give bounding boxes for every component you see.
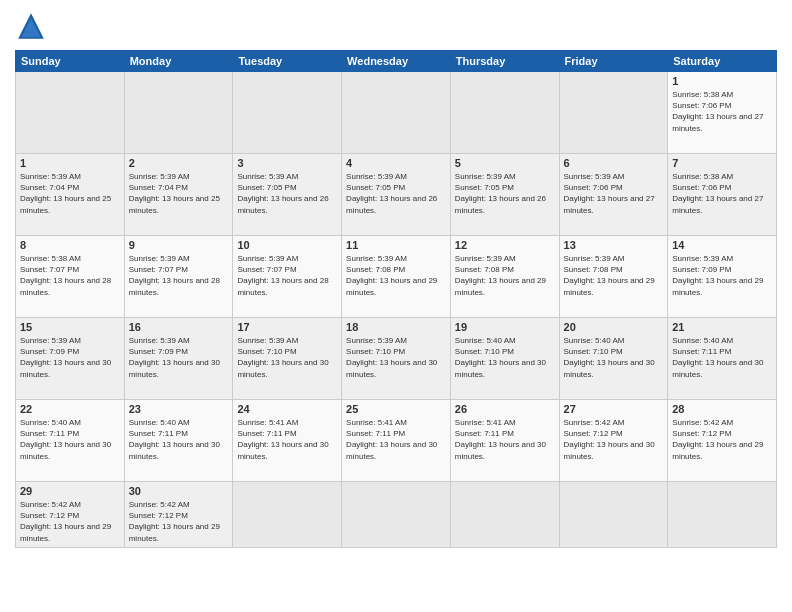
day-info: Sunrise: 5:41 AMSunset: 7:11 PMDaylight:… [455,417,555,462]
calendar-cell: 3Sunrise: 5:39 AMSunset: 7:05 PMDaylight… [233,154,342,236]
day-info: Sunrise: 5:38 AMSunset: 7:07 PMDaylight:… [20,253,120,298]
day-info: Sunrise: 5:39 AMSunset: 7:05 PMDaylight:… [455,171,555,216]
calendar-cell: 18Sunrise: 5:39 AMSunset: 7:10 PMDayligh… [342,318,451,400]
calendar-cell: 24Sunrise: 5:41 AMSunset: 7:11 PMDayligh… [233,400,342,482]
day-info: Sunrise: 5:39 AMSunset: 7:04 PMDaylight:… [20,171,120,216]
day-info: Sunrise: 5:39 AMSunset: 7:08 PMDaylight:… [346,253,446,298]
calendar-cell: 2Sunrise: 5:39 AMSunset: 7:04 PMDaylight… [124,154,233,236]
week-row-6: 29Sunrise: 5:42 AMSunset: 7:12 PMDayligh… [16,482,777,548]
day-number: 8 [20,239,120,251]
day-number: 2 [129,157,229,169]
day-number: 11 [346,239,446,251]
logo [15,10,51,42]
day-number: 21 [672,321,772,333]
day-info: Sunrise: 5:42 AMSunset: 7:12 PMDaylight:… [129,499,229,544]
calendar-cell [450,482,559,548]
day-number: 26 [455,403,555,415]
calendar-cell [342,72,451,154]
day-number: 25 [346,403,446,415]
day-number: 18 [346,321,446,333]
weekday-header-friday: Friday [559,51,668,72]
day-info: Sunrise: 5:39 AMSunset: 7:09 PMDaylight:… [129,335,229,380]
calendar-cell [559,482,668,548]
calendar-cell [124,72,233,154]
calendar-cell: 16Sunrise: 5:39 AMSunset: 7:09 PMDayligh… [124,318,233,400]
day-info: Sunrise: 5:39 AMSunset: 7:06 PMDaylight:… [564,171,664,216]
day-info: Sunrise: 5:41 AMSunset: 7:11 PMDaylight:… [237,417,337,462]
day-number: 27 [564,403,664,415]
day-info: Sunrise: 5:39 AMSunset: 7:09 PMDaylight:… [672,253,772,298]
day-number: 30 [129,485,229,497]
logo-icon [15,10,47,42]
calendar-cell [16,72,125,154]
calendar-cell: 9Sunrise: 5:39 AMSunset: 7:07 PMDaylight… [124,236,233,318]
calendar-cell: 23Sunrise: 5:40 AMSunset: 7:11 PMDayligh… [124,400,233,482]
day-info: Sunrise: 5:40 AMSunset: 7:11 PMDaylight:… [20,417,120,462]
calendar-table: SundayMondayTuesdayWednesdayThursdayFrid… [15,50,777,548]
week-row-5: 22Sunrise: 5:40 AMSunset: 7:11 PMDayligh… [16,400,777,482]
calendar-cell: 19Sunrise: 5:40 AMSunset: 7:10 PMDayligh… [450,318,559,400]
calendar-cell [233,72,342,154]
calendar-cell: 14Sunrise: 5:39 AMSunset: 7:09 PMDayligh… [668,236,777,318]
day-number: 14 [672,239,772,251]
day-info: Sunrise: 5:39 AMSunset: 7:10 PMDaylight:… [346,335,446,380]
calendar-cell: 8Sunrise: 5:38 AMSunset: 7:07 PMDaylight… [16,236,125,318]
calendar-cell: 20Sunrise: 5:40 AMSunset: 7:10 PMDayligh… [559,318,668,400]
day-info: Sunrise: 5:42 AMSunset: 7:12 PMDaylight:… [672,417,772,462]
day-number: 20 [564,321,664,333]
day-info: Sunrise: 5:39 AMSunset: 7:07 PMDaylight:… [237,253,337,298]
day-info: Sunrise: 5:40 AMSunset: 7:11 PMDaylight:… [129,417,229,462]
calendar-cell [559,72,668,154]
day-info: Sunrise: 5:39 AMSunset: 7:09 PMDaylight:… [20,335,120,380]
weekday-header-row: SundayMondayTuesdayWednesdayThursdayFrid… [16,51,777,72]
day-number: 17 [237,321,337,333]
day-info: Sunrise: 5:39 AMSunset: 7:10 PMDaylight:… [237,335,337,380]
day-info: Sunrise: 5:39 AMSunset: 7:04 PMDaylight:… [129,171,229,216]
day-number: 5 [455,157,555,169]
calendar-cell [342,482,451,548]
day-info: Sunrise: 5:39 AMSunset: 7:05 PMDaylight:… [237,171,337,216]
day-number: 1 [20,157,120,169]
day-info: Sunrise: 5:39 AMSunset: 7:08 PMDaylight:… [564,253,664,298]
calendar-cell: 15Sunrise: 5:39 AMSunset: 7:09 PMDayligh… [16,318,125,400]
day-number: 13 [564,239,664,251]
weekday-header-tuesday: Tuesday [233,51,342,72]
day-info: Sunrise: 5:40 AMSunset: 7:11 PMDaylight:… [672,335,772,380]
calendar-cell [450,72,559,154]
day-info: Sunrise: 5:42 AMSunset: 7:12 PMDaylight:… [20,499,120,544]
calendar-cell: 22Sunrise: 5:40 AMSunset: 7:11 PMDayligh… [16,400,125,482]
calendar-page: SundayMondayTuesdayWednesdayThursdayFrid… [0,0,792,612]
calendar-cell: 1Sunrise: 5:39 AMSunset: 7:04 PMDaylight… [16,154,125,236]
day-number: 15 [20,321,120,333]
calendar-cell [233,482,342,548]
day-number: 23 [129,403,229,415]
day-number: 29 [20,485,120,497]
day-number: 10 [237,239,337,251]
day-info: Sunrise: 5:38 AMSunset: 7:06 PMDaylight:… [672,89,772,134]
day-number: 6 [564,157,664,169]
weekday-header-saturday: Saturday [668,51,777,72]
calendar-cell: 28Sunrise: 5:42 AMSunset: 7:12 PMDayligh… [668,400,777,482]
day-info: Sunrise: 5:41 AMSunset: 7:11 PMDaylight:… [346,417,446,462]
day-info: Sunrise: 5:40 AMSunset: 7:10 PMDaylight:… [455,335,555,380]
week-row-3: 8Sunrise: 5:38 AMSunset: 7:07 PMDaylight… [16,236,777,318]
day-number: 22 [20,403,120,415]
day-number: 12 [455,239,555,251]
weekday-header-sunday: Sunday [16,51,125,72]
day-number: 3 [237,157,337,169]
week-row-2: 1Sunrise: 5:39 AMSunset: 7:04 PMDaylight… [16,154,777,236]
weekday-header-monday: Monday [124,51,233,72]
weekday-header-thursday: Thursday [450,51,559,72]
day-info: Sunrise: 5:38 AMSunset: 7:06 PMDaylight:… [672,171,772,216]
calendar-cell [668,482,777,548]
weekday-header-wednesday: Wednesday [342,51,451,72]
day-number: 9 [129,239,229,251]
day-number: 4 [346,157,446,169]
day-number: 24 [237,403,337,415]
day-info: Sunrise: 5:40 AMSunset: 7:10 PMDaylight:… [564,335,664,380]
day-number: 7 [672,157,772,169]
calendar-cell: 4Sunrise: 5:39 AMSunset: 7:05 PMDaylight… [342,154,451,236]
day-info: Sunrise: 5:39 AMSunset: 7:08 PMDaylight:… [455,253,555,298]
calendar-cell: 7Sunrise: 5:38 AMSunset: 7:06 PMDaylight… [668,154,777,236]
day-number: 28 [672,403,772,415]
